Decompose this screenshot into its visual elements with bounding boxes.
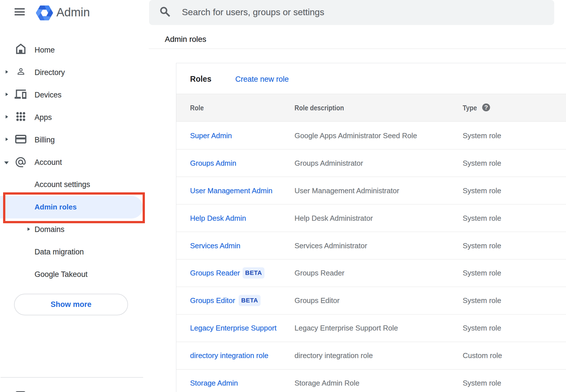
svg-text:?: ? (484, 104, 488, 111)
